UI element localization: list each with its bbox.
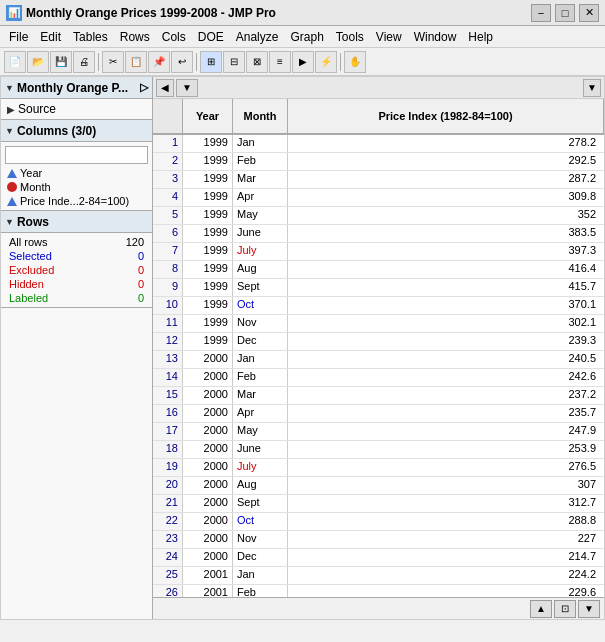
col-price-label: Price Inde...2-84=100)	[20, 195, 129, 207]
table-row[interactable]: 81999Aug416.4	[153, 261, 604, 279]
rows-header[interactable]: ▼ Rows	[1, 211, 152, 233]
main-content: ▼ Monthly Orange P... ▷ ▶ Source ▼ Colum…	[0, 76, 605, 620]
cell-row-num: 24	[153, 549, 183, 566]
cell-year: 2000	[183, 351, 233, 368]
menu-bar: File Edit Tables Rows Cols DOE Analyze G…	[0, 26, 605, 48]
month-col-icon	[7, 182, 17, 192]
table-content: ▶ Source	[1, 99, 152, 119]
menu-view[interactable]: View	[371, 29, 407, 45]
cell-month: May	[233, 207, 288, 224]
toolbar-cols[interactable]: ⊠	[246, 51, 268, 73]
toolbar-rows[interactable]: ≡	[269, 51, 291, 73]
toolbar-print[interactable]: 🖨	[73, 51, 95, 73]
table-row[interactable]: 91999Sept415.7	[153, 279, 604, 297]
toolbar-cut[interactable]: ✂	[102, 51, 124, 73]
menu-edit[interactable]: Edit	[35, 29, 66, 45]
table-section: ▼ Monthly Orange P... ▷ ▶ Source	[1, 77, 152, 120]
cell-price: 253.9	[288, 441, 604, 458]
columns-section: ▼ Columns (3/0) Year Month Price Inde...…	[1, 120, 152, 211]
toolbar-grid[interactable]: ⊟	[223, 51, 245, 73]
table-row[interactable]: 71999July397.3	[153, 243, 604, 261]
table-row[interactable]: 132000Jan240.5	[153, 351, 604, 369]
toolbar-new[interactable]: 📄	[4, 51, 26, 73]
toolbar-script[interactable]: ▶	[292, 51, 314, 73]
close-button[interactable]: ✕	[579, 4, 599, 22]
cell-row-num: 21	[153, 495, 183, 512]
table-row[interactable]: 242000Dec214.7	[153, 549, 604, 567]
cell-row-num: 1	[153, 135, 183, 152]
cell-row-num: 13	[153, 351, 183, 368]
cell-year: 2000	[183, 495, 233, 512]
toolbar-datatable[interactable]: ⊞	[200, 51, 222, 73]
menu-tables[interactable]: Tables	[68, 29, 113, 45]
table-row[interactable]: 212000Sept312.7	[153, 495, 604, 513]
columns-search[interactable]	[5, 146, 148, 164]
toolbar-copy[interactable]: 📋	[125, 51, 147, 73]
menu-graph[interactable]: Graph	[285, 29, 328, 45]
hidden-label: Hidden	[9, 278, 44, 290]
table-row[interactable]: 31999Mar287.2	[153, 171, 604, 189]
table-row[interactable]: 182000June253.9	[153, 441, 604, 459]
table-row[interactable]: 222000Oct288.8	[153, 513, 604, 531]
table-row[interactable]: 21999Feb292.5	[153, 153, 604, 171]
maximize-button[interactable]: □	[555, 4, 575, 22]
toolbar-open[interactable]: 📂	[27, 51, 49, 73]
nav-sort[interactable]: ▼	[176, 79, 198, 97]
table-row[interactable]: 192000July276.5	[153, 459, 604, 477]
minimize-button[interactable]: −	[531, 4, 551, 22]
table-row[interactable]: 162000Apr235.7	[153, 405, 604, 423]
cell-row-num: 7	[153, 243, 183, 260]
scroll-resize-btn[interactable]: ⊡	[554, 600, 576, 618]
cell-year: 2000	[183, 441, 233, 458]
table-row[interactable]: 61999June383.5	[153, 225, 604, 243]
source-item[interactable]: ▶ Source	[5, 101, 148, 117]
scroll-up-btn[interactable]: ▲	[530, 600, 552, 618]
toolbar-run[interactable]: ⚡	[315, 51, 337, 73]
nav-dropdown[interactable]: ▼	[583, 79, 601, 97]
menu-cols[interactable]: Cols	[157, 29, 191, 45]
columns-header[interactable]: ▼ Columns (3/0)	[1, 120, 152, 142]
table-scroll[interactable]: 11999Jan278.221999Feb292.531999Mar287.24…	[153, 135, 604, 597]
table-row[interactable]: 152000Mar237.2	[153, 387, 604, 405]
toolbar-undo[interactable]: ↩	[171, 51, 193, 73]
cell-row-num: 8	[153, 261, 183, 278]
col-year-header[interactable]: Year	[183, 99, 233, 133]
table-row[interactable]: 101999Oct370.1	[153, 297, 604, 315]
col-price-header[interactable]: Price Index (1982-84=100)	[288, 99, 604, 133]
stat-selected: Selected 0	[5, 249, 148, 263]
table-header[interactable]: ▼ Monthly Orange P... ▷	[1, 77, 152, 99]
table-row[interactable]: 232000Nov227	[153, 531, 604, 549]
table-row[interactable]: 11999Jan278.2	[153, 135, 604, 153]
menu-tools[interactable]: Tools	[331, 29, 369, 45]
toolbar-save[interactable]: 💾	[50, 51, 72, 73]
menu-help[interactable]: Help	[463, 29, 498, 45]
nav-left[interactable]: ◀	[156, 79, 174, 97]
col-year-item[interactable]: Year	[5, 166, 148, 180]
table-row[interactable]: 121999Dec239.3	[153, 333, 604, 351]
table-row[interactable]: 172000May247.9	[153, 423, 604, 441]
table-expand-btn[interactable]: ▷	[140, 81, 148, 94]
col-month-item[interactable]: Month	[5, 180, 148, 194]
table-row[interactable]: 111999Nov302.1	[153, 315, 604, 333]
menu-rows[interactable]: Rows	[115, 29, 155, 45]
cell-row-num: 22	[153, 513, 183, 530]
col-price-item[interactable]: Price Inde...2-84=100)	[5, 194, 148, 208]
title-bar-left: 📊 Monthly Orange Prices 1999-2008 - JMP …	[6, 5, 276, 21]
cell-price: 227	[288, 531, 604, 548]
table-row[interactable]: 262001Feb229.6	[153, 585, 604, 597]
toolbar-hand[interactable]: ✋	[344, 51, 366, 73]
table-row[interactable]: 252001Jan224.2	[153, 567, 604, 585]
table-row[interactable]: 41999Apr309.8	[153, 189, 604, 207]
toolbar-paste[interactable]: 📌	[148, 51, 170, 73]
table-row[interactable]: 142000Feb242.6	[153, 369, 604, 387]
cell-year: 1999	[183, 171, 233, 188]
menu-window[interactable]: Window	[409, 29, 462, 45]
cell-month: June	[233, 225, 288, 242]
menu-file[interactable]: File	[4, 29, 33, 45]
menu-analyze[interactable]: Analyze	[231, 29, 284, 45]
col-month-header[interactable]: Month	[233, 99, 288, 133]
scroll-down-btn[interactable]: ▼	[578, 600, 600, 618]
table-row[interactable]: 51999May352	[153, 207, 604, 225]
table-row[interactable]: 202000Aug307	[153, 477, 604, 495]
menu-doe[interactable]: DOE	[193, 29, 229, 45]
